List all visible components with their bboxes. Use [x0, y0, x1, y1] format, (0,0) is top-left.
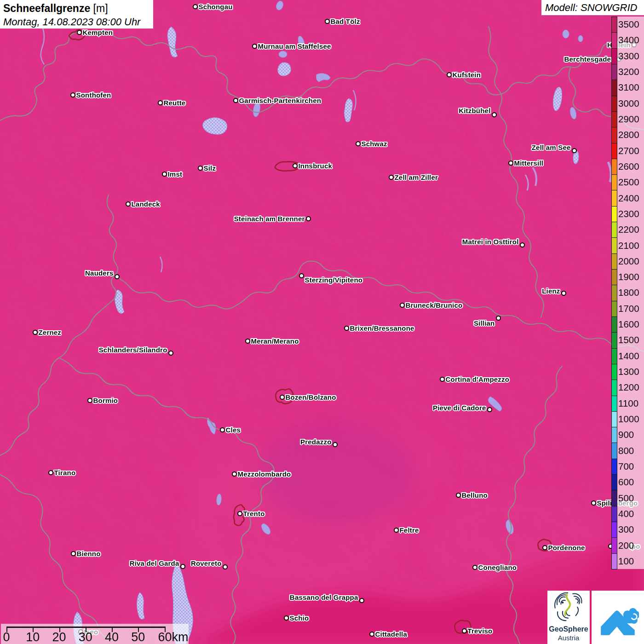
colorbar-block	[611, 159, 617, 175]
colorbar-tick-label: 2200	[618, 222, 643, 237]
city-label: Feltre	[400, 526, 419, 534]
city-label: Nauders	[85, 269, 113, 277]
title-datetime: Montag, 14.08.2023 08:00 Uhr	[3, 16, 153, 28]
city-label: Sonthofen	[76, 91, 111, 99]
city-label: Schlanders/Silandro	[99, 346, 167, 354]
colorbar-block	[611, 411, 617, 427]
colorbar-block	[611, 553, 617, 569]
city-label: Cortina d'Ampezzo	[446, 375, 510, 383]
colorbar-tick-label: 1100	[618, 396, 643, 411]
colorbar-block	[611, 222, 617, 238]
city-label: Meran/Merano	[251, 337, 299, 345]
city-dot	[591, 500, 596, 506]
city-dot	[293, 163, 298, 168]
city-marker: Schongau	[193, 4, 198, 9]
city-label: Riva del Garda	[130, 559, 179, 567]
city-label: Bienno	[77, 550, 101, 558]
city-marker: Murnau am Staffelsee	[252, 44, 257, 49]
city-marker: Bruneck/Brunico	[400, 303, 405, 308]
city-label: Kufstein	[453, 71, 481, 79]
city-dot	[126, 201, 131, 207]
colorbar-tick-label: 1500	[618, 332, 643, 348]
city-label: Rovereto	[191, 559, 222, 567]
colorbar-tick-label: 3000	[618, 96, 643, 111]
city-marker: Pieve di Cadore	[487, 407, 492, 412]
city-dot	[180, 564, 185, 569]
city-dot	[245, 339, 250, 344]
city-dot	[447, 72, 452, 77]
city-dot	[77, 30, 82, 35]
city-marker: Sonthofen	[70, 92, 75, 98]
city-label: Bad Tölz	[331, 17, 360, 25]
city-dot	[394, 528, 399, 533]
scalebar-label: 60km	[158, 630, 188, 644]
city-label: Conegliano	[478, 564, 517, 571]
colorbar-tick-label: 3200	[618, 64, 643, 80]
city-marker: Landeck	[126, 201, 131, 207]
city-label: Tirano	[54, 469, 76, 477]
city-label: Brixen/Bressanone	[350, 324, 414, 332]
page-title: Schneefallgrenze [m]	[3, 2, 153, 15]
city-dot	[33, 330, 38, 335]
colorbar-tick-label: 1400	[618, 348, 643, 364]
city-marker: Kempten	[77, 30, 82, 35]
colorbar-tick-label: 600	[618, 474, 643, 490]
city-marker: Tirano	[48, 470, 53, 475]
city-marker: Pordenone	[542, 545, 547, 550]
city-label: Predazzo	[300, 438, 331, 446]
city-marker: Schwaz	[356, 141, 361, 146]
colorbar-block	[611, 48, 617, 64]
colorbar-block	[611, 253, 617, 270]
city-label: Silz	[204, 164, 216, 172]
city-dot	[456, 493, 461, 498]
colorbar-block	[611, 490, 617, 506]
city-dot	[508, 161, 513, 166]
city-marker: Mezzolombardo	[232, 472, 237, 477]
city-marker: Meran/Merano	[245, 339, 250, 344]
scalebar-label: 30	[79, 630, 92, 644]
city-label: Garmisch-Partenkirchen	[239, 97, 322, 104]
city-marker: Bad Tölz	[325, 19, 330, 24]
scalebar: 0102030405060km	[1, 624, 189, 644]
model-label: Modell: SNOWGRID	[541, 0, 644, 15]
city-label: Mezzolombardo	[238, 470, 291, 478]
colorbar-tick-label: 1300	[618, 364, 643, 380]
colorbar-tick-label: 1900	[618, 269, 643, 285]
city-marker: Mittersill	[508, 161, 513, 166]
colorbar-tick-label: 2500	[618, 174, 643, 190]
city-dot	[333, 442, 338, 447]
colorbar-tick-label: 2900	[618, 111, 643, 127]
colorbar-tick-label: 2300	[618, 206, 643, 222]
city-dot	[472, 565, 477, 570]
colorbar-tick-label: 2600	[618, 159, 643, 174]
city-marker: Bozen/Bolzano	[280, 395, 285, 400]
city-label: Cles	[226, 426, 241, 434]
city-label: Zell am Ziller	[395, 173, 438, 181]
city-dot	[252, 44, 257, 49]
title-box: Schneefallgrenze [m] Montag, 14.08.2023 …	[0, 0, 153, 29]
city-dot	[462, 628, 467, 633]
city-marker: Predazzo	[333, 442, 338, 447]
colorbar-block	[611, 506, 617, 522]
colorbar-tick-label: 800	[618, 443, 643, 458]
city-label: Schwaz	[362, 140, 387, 148]
city-dot	[198, 166, 203, 171]
colorbar-block	[611, 206, 617, 222]
city-dot	[492, 112, 497, 117]
colorbar-tick-label: 2400	[618, 190, 643, 206]
city-dot	[193, 4, 198, 9]
city-marker: Riva del Garda	[180, 564, 185, 569]
city-label: Berchtesgaden	[564, 55, 615, 63]
colorbar-block	[611, 237, 617, 253]
city-dot	[158, 100, 163, 105]
city-label: Reutte	[164, 99, 186, 107]
city-label: Bruneck/Brunico	[406, 301, 463, 309]
city-dot	[542, 545, 547, 550]
colorbar-block	[611, 474, 617, 490]
colorbar-tick-label: 400	[618, 506, 643, 522]
city-label: Schio	[290, 614, 309, 622]
city-marker: Trento	[237, 511, 242, 516]
city-dot	[168, 351, 173, 356]
city-marker: Matrei in Osttirol	[520, 242, 525, 247]
city-marker: Zell am See	[572, 148, 577, 153]
